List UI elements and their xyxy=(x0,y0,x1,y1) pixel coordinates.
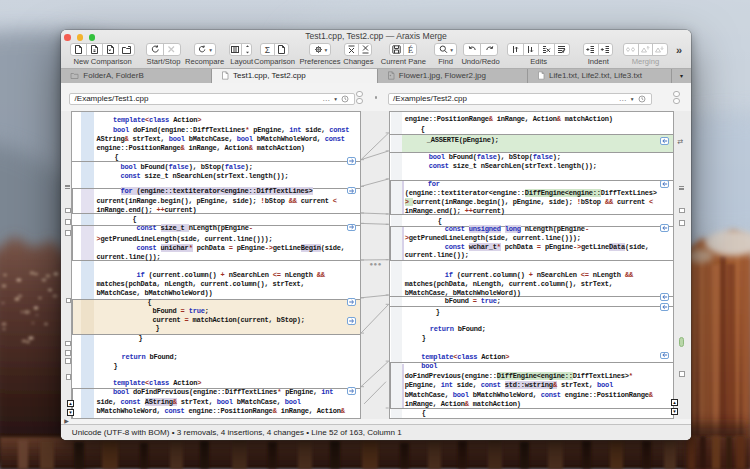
svg-text:Σ: Σ xyxy=(265,45,270,55)
svg-text:É: É xyxy=(407,45,413,55)
